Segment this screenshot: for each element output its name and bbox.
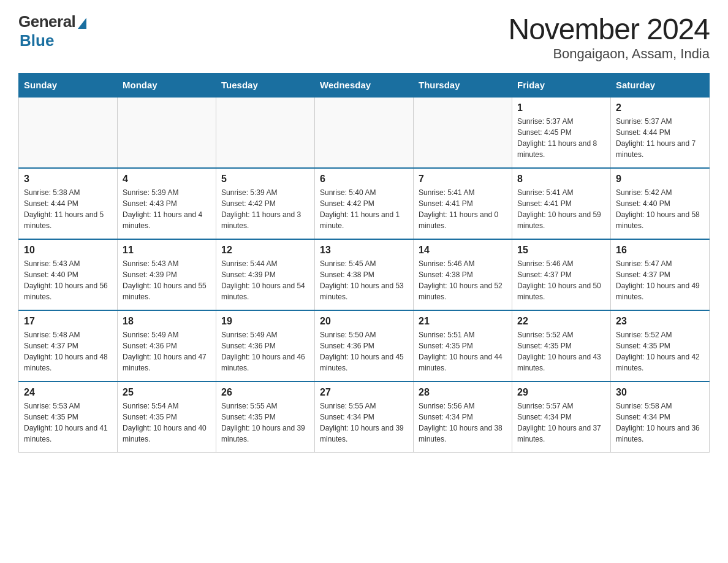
cell-day-number: 15 xyxy=(517,245,605,256)
calendar-cell: 27Sunrise: 5:55 AM Sunset: 4:34 PM Dayli… xyxy=(315,381,414,453)
calendar-cell: 11Sunrise: 5:43 AM Sunset: 4:39 PM Dayli… xyxy=(118,239,216,310)
cell-day-number: 16 xyxy=(616,245,704,256)
cell-info-text: Sunrise: 5:49 AM Sunset: 4:36 PM Dayligh… xyxy=(221,329,309,373)
cell-info-text: Sunrise: 5:41 AM Sunset: 4:41 PM Dayligh… xyxy=(419,187,507,231)
calendar-cell: 13Sunrise: 5:45 AM Sunset: 4:38 PM Dayli… xyxy=(315,239,414,310)
calendar-cell: 5Sunrise: 5:39 AM Sunset: 4:42 PM Daylig… xyxy=(216,168,315,239)
cell-info-text: Sunrise: 5:49 AM Sunset: 4:36 PM Dayligh… xyxy=(123,329,211,373)
cell-info-text: Sunrise: 5:37 AM Sunset: 4:45 PM Dayligh… xyxy=(517,116,605,160)
calendar-cell: 6Sunrise: 5:40 AM Sunset: 4:42 PM Daylig… xyxy=(315,168,414,239)
calendar-cell: 15Sunrise: 5:46 AM Sunset: 4:37 PM Dayli… xyxy=(512,239,611,310)
calendar-cell xyxy=(216,97,315,168)
cell-day-number: 17 xyxy=(24,316,112,327)
calendar-week-row: 17Sunrise: 5:48 AM Sunset: 4:37 PM Dayli… xyxy=(19,310,710,381)
calendar-cell: 4Sunrise: 5:39 AM Sunset: 4:43 PM Daylig… xyxy=(118,168,216,239)
cell-day-number: 24 xyxy=(24,387,112,398)
cell-day-number: 26 xyxy=(221,387,309,398)
day-header-tuesday: Tuesday xyxy=(216,74,315,98)
calendar-cell xyxy=(414,97,512,168)
calendar-header-row: SundayMondayTuesdayWednesdayThursdayFrid… xyxy=(19,74,710,98)
cell-info-text: Sunrise: 5:55 AM Sunset: 4:34 PM Dayligh… xyxy=(320,400,408,445)
cell-day-number: 30 xyxy=(616,387,704,398)
calendar-cell: 20Sunrise: 5:50 AM Sunset: 4:36 PM Dayli… xyxy=(315,310,414,381)
cell-info-text: Sunrise: 5:44 AM Sunset: 4:39 PM Dayligh… xyxy=(221,258,309,302)
calendar-cell: 16Sunrise: 5:47 AM Sunset: 4:37 PM Dayli… xyxy=(611,239,710,310)
cell-day-number: 23 xyxy=(616,316,704,327)
calendar-cell: 7Sunrise: 5:41 AM Sunset: 4:41 PM Daylig… xyxy=(414,168,512,239)
cell-info-text: Sunrise: 5:42 AM Sunset: 4:40 PM Dayligh… xyxy=(616,187,704,231)
cell-day-number: 29 xyxy=(517,387,605,398)
calendar-subtitle: Bongaigaon, Assam, India xyxy=(508,46,710,62)
calendar-cell: 3Sunrise: 5:38 AM Sunset: 4:44 PM Daylig… xyxy=(19,168,118,239)
day-header-thursday: Thursday xyxy=(414,74,512,98)
logo-arrow-icon xyxy=(78,18,86,29)
calendar-cell: 30Sunrise: 5:58 AM Sunset: 4:34 PM Dayli… xyxy=(611,381,710,453)
cell-day-number: 18 xyxy=(123,316,211,327)
cell-day-number: 3 xyxy=(24,174,112,185)
cell-info-text: Sunrise: 5:41 AM Sunset: 4:41 PM Dayligh… xyxy=(517,187,605,231)
title-block: November 2024 Bongaigaon, Assam, India xyxy=(508,12,710,62)
calendar-cell: 8Sunrise: 5:41 AM Sunset: 4:41 PM Daylig… xyxy=(512,168,611,239)
cell-info-text: Sunrise: 5:54 AM Sunset: 4:35 PM Dayligh… xyxy=(123,400,211,445)
cell-info-text: Sunrise: 5:58 AM Sunset: 4:34 PM Dayligh… xyxy=(616,400,704,445)
logo: General Blue xyxy=(18,12,86,50)
cell-day-number: 14 xyxy=(419,245,507,256)
cell-info-text: Sunrise: 5:50 AM Sunset: 4:36 PM Dayligh… xyxy=(320,329,408,373)
cell-day-number: 20 xyxy=(320,316,408,327)
cell-day-number: 28 xyxy=(419,387,507,398)
cell-info-text: Sunrise: 5:39 AM Sunset: 4:42 PM Dayligh… xyxy=(221,187,309,231)
calendar-cell: 23Sunrise: 5:52 AM Sunset: 4:35 PM Dayli… xyxy=(611,310,710,381)
cell-day-number: 11 xyxy=(123,245,211,256)
calendar-cell xyxy=(19,97,118,168)
calendar-cell: 14Sunrise: 5:46 AM Sunset: 4:38 PM Dayli… xyxy=(414,239,512,310)
cell-info-text: Sunrise: 5:46 AM Sunset: 4:37 PM Dayligh… xyxy=(517,258,605,302)
cell-day-number: 7 xyxy=(419,174,507,185)
calendar-cell: 9Sunrise: 5:42 AM Sunset: 4:40 PM Daylig… xyxy=(611,168,710,239)
calendar-week-row: 3Sunrise: 5:38 AM Sunset: 4:44 PM Daylig… xyxy=(19,168,710,239)
calendar-cell: 10Sunrise: 5:43 AM Sunset: 4:40 PM Dayli… xyxy=(19,239,118,310)
cell-info-text: Sunrise: 5:56 AM Sunset: 4:34 PM Dayligh… xyxy=(419,400,507,445)
calendar-cell: 12Sunrise: 5:44 AM Sunset: 4:39 PM Dayli… xyxy=(216,239,315,310)
calendar-cell: 24Sunrise: 5:53 AM Sunset: 4:35 PM Dayli… xyxy=(19,381,118,453)
calendar-week-row: 24Sunrise: 5:53 AM Sunset: 4:35 PM Dayli… xyxy=(19,381,710,453)
calendar-week-row: 1Sunrise: 5:37 AM Sunset: 4:45 PM Daylig… xyxy=(19,97,710,168)
cell-info-text: Sunrise: 5:40 AM Sunset: 4:42 PM Dayligh… xyxy=(320,187,408,231)
cell-info-text: Sunrise: 5:51 AM Sunset: 4:35 PM Dayligh… xyxy=(419,329,507,373)
cell-day-number: 1 xyxy=(517,102,605,113)
cell-day-number: 12 xyxy=(221,245,309,256)
cell-info-text: Sunrise: 5:52 AM Sunset: 4:35 PM Dayligh… xyxy=(517,329,605,373)
cell-info-text: Sunrise: 5:48 AM Sunset: 4:37 PM Dayligh… xyxy=(24,329,112,373)
calendar-title: November 2024 xyxy=(508,12,710,46)
calendar-cell: 22Sunrise: 5:52 AM Sunset: 4:35 PM Dayli… xyxy=(512,310,611,381)
day-header-saturday: Saturday xyxy=(611,74,710,98)
cell-day-number: 5 xyxy=(221,174,309,185)
calendar-table: SundayMondayTuesdayWednesdayThursdayFrid… xyxy=(18,73,710,453)
calendar-cell xyxy=(315,97,414,168)
cell-day-number: 19 xyxy=(221,316,309,327)
cell-day-number: 6 xyxy=(320,174,408,185)
cell-info-text: Sunrise: 5:52 AM Sunset: 4:35 PM Dayligh… xyxy=(616,329,704,373)
cell-day-number: 8 xyxy=(517,174,605,185)
calendar-cell: 29Sunrise: 5:57 AM Sunset: 4:34 PM Dayli… xyxy=(512,381,611,453)
cell-day-number: 10 xyxy=(24,245,112,256)
cell-day-number: 13 xyxy=(320,245,408,256)
cell-info-text: Sunrise: 5:43 AM Sunset: 4:40 PM Dayligh… xyxy=(24,258,112,302)
calendar-week-row: 10Sunrise: 5:43 AM Sunset: 4:40 PM Dayli… xyxy=(19,239,710,310)
cell-info-text: Sunrise: 5:43 AM Sunset: 4:39 PM Dayligh… xyxy=(123,258,211,302)
calendar-cell: 25Sunrise: 5:54 AM Sunset: 4:35 PM Dayli… xyxy=(118,381,216,453)
cell-info-text: Sunrise: 5:46 AM Sunset: 4:38 PM Dayligh… xyxy=(419,258,507,302)
cell-day-number: 25 xyxy=(123,387,211,398)
calendar-cell: 28Sunrise: 5:56 AM Sunset: 4:34 PM Dayli… xyxy=(414,381,512,453)
calendar-cell: 2Sunrise: 5:37 AM Sunset: 4:44 PM Daylig… xyxy=(611,97,710,168)
calendar-cell: 21Sunrise: 5:51 AM Sunset: 4:35 PM Dayli… xyxy=(414,310,512,381)
day-header-friday: Friday xyxy=(512,74,611,98)
calendar-cell: 26Sunrise: 5:55 AM Sunset: 4:35 PM Dayli… xyxy=(216,381,315,453)
calendar-cell: 19Sunrise: 5:49 AM Sunset: 4:36 PM Dayli… xyxy=(216,310,315,381)
cell-day-number: 22 xyxy=(517,316,605,327)
calendar-cell: 18Sunrise: 5:49 AM Sunset: 4:36 PM Dayli… xyxy=(118,310,216,381)
day-header-monday: Monday xyxy=(118,74,216,98)
cell-day-number: 21 xyxy=(419,316,507,327)
cell-info-text: Sunrise: 5:45 AM Sunset: 4:38 PM Dayligh… xyxy=(320,258,408,302)
cell-info-text: Sunrise: 5:47 AM Sunset: 4:37 PM Dayligh… xyxy=(616,258,704,302)
cell-info-text: Sunrise: 5:57 AM Sunset: 4:34 PM Dayligh… xyxy=(517,400,605,445)
